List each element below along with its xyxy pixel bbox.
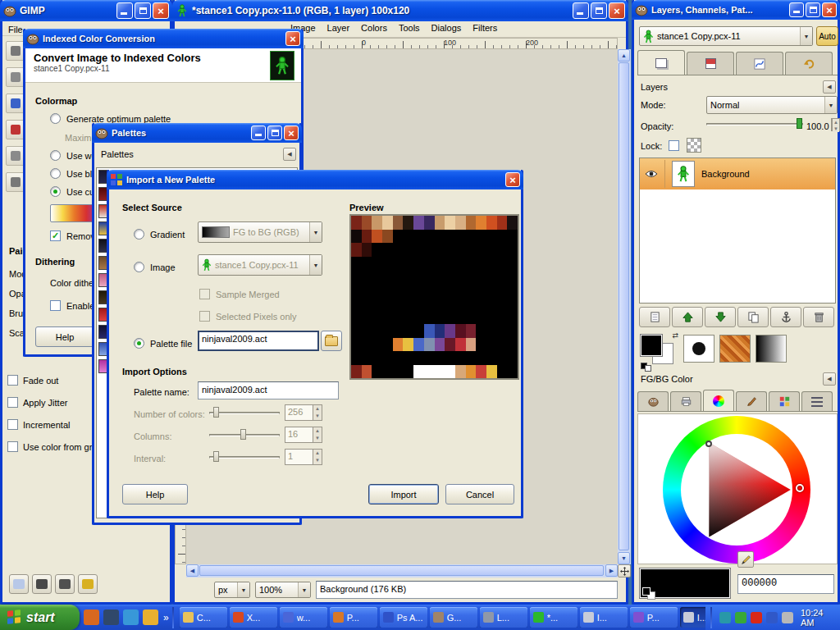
delete-layer-button[interactable]	[803, 307, 834, 327]
hex-color-field[interactable]: 000000	[737, 574, 834, 594]
menu-filters[interactable]: Filters	[467, 21, 503, 37]
auto-button[interactable]: Auto	[816, 26, 838, 46]
palettes-titlebar[interactable]: Palettes	[92, 123, 302, 143]
lock-checkbox[interactable]	[669, 140, 679, 151]
radio-gradient-source[interactable]	[134, 229, 144, 240]
taskbar-task-button[interactable]: *...	[530, 607, 578, 628]
layer-row[interactable]: Background	[640, 158, 835, 189]
import-button[interactable]: Import	[368, 484, 439, 504]
raise-layer-button[interactable]	[672, 307, 703, 327]
checkbox[interactable]	[7, 375, 18, 386]
toolbox-small-button[interactable]	[9, 574, 29, 594]
taskbar-task-button[interactable]: I...	[680, 607, 705, 628]
tray-icon[interactable]	[751, 612, 762, 623]
tab-scales[interactable]	[801, 391, 833, 411]
quick-launch-icon[interactable]	[143, 609, 158, 625]
taskbar-task-button[interactable]: P...	[330, 607, 377, 628]
minimize-button[interactable]	[789, 2, 804, 17]
tab-brush-select[interactable]	[736, 391, 767, 411]
close-button[interactable]	[285, 31, 300, 46]
tray-icon[interactable]	[719, 612, 731, 623]
minimize-button[interactable]	[116, 2, 133, 19]
checkbox[interactable]	[7, 441, 18, 452]
unit-select[interactable]: px	[214, 582, 250, 598]
hue-ring[interactable]	[663, 416, 810, 564]
duplicate-layer-button[interactable]	[737, 307, 769, 327]
vertical-scrollbar[interactable]	[618, 49, 631, 564]
opacity-slider[interactable]	[706, 118, 803, 130]
help-button[interactable]: Help	[122, 484, 188, 504]
start-button[interactable]: start	[0, 605, 80, 630]
palette-name-field[interactable]: ninjaval2009.act	[198, 381, 339, 399]
taskbar-task-button[interactable]: P...	[630, 607, 678, 628]
maximize-button[interactable]	[267, 126, 282, 140]
minimize-button[interactable]	[573, 2, 589, 19]
layer-thumbnail[interactable]	[672, 161, 695, 187]
fgbg-menu-button[interactable]	[823, 372, 836, 386]
remove-unused-checkbox[interactable]	[50, 231, 61, 241]
foreground-color-swatch[interactable]	[641, 335, 662, 356]
maximize-button[interactable]	[135, 2, 151, 19]
minimize-button[interactable]	[251, 126, 266, 140]
radio-generate-optimum[interactable]	[50, 113, 61, 124]
close-button[interactable]	[822, 2, 837, 17]
menu-dialogs[interactable]: Dialogs	[426, 21, 468, 37]
close-button[interactable]	[153, 2, 169, 19]
close-button[interactable]	[609, 2, 625, 19]
quick-launch-icon[interactable]	[123, 609, 139, 625]
layer-name[interactable]: Background	[701, 169, 750, 179]
taskbar-task-button[interactable]: w...	[280, 607, 327, 628]
swap-colors-icon[interactable]	[672, 331, 678, 340]
toolbox-small-button[interactable]	[55, 574, 75, 594]
quick-launch-icon[interactable]	[103, 609, 119, 625]
close-button[interactable]	[284, 126, 299, 140]
menu-layer[interactable]: Layer	[322, 21, 356, 37]
tab-gimp[interactable]	[637, 391, 669, 411]
radio-custom-palette[interactable]	[50, 186, 61, 197]
tab-layers[interactable]	[637, 50, 685, 75]
tab-channels[interactable]	[687, 52, 734, 75]
palettes-menu-button[interactable]	[283, 148, 296, 161]
zoom-select[interactable]: 100%	[255, 582, 311, 598]
tab-printer[interactable]	[670, 391, 701, 411]
radio-palette-file-label[interactable]: Palette file	[150, 339, 192, 349]
help-button[interactable]: Help	[35, 326, 94, 347]
active-gradient-indicator[interactable]	[756, 335, 787, 363]
toolbox-small-button[interactable]	[78, 574, 98, 594]
hue-marker[interactable]	[796, 484, 804, 492]
radio-image-source[interactable]	[134, 262, 144, 272]
taskbar-task-button[interactable]: X...	[230, 607, 277, 628]
tray-icon[interactable]	[735, 612, 746, 623]
quick-launch-overflow-chevron[interactable]	[163, 612, 169, 623]
fg-bg-color-widget[interactable]	[641, 331, 678, 369]
lock-alpha-toggle[interactable]	[687, 138, 701, 153]
sv-marker[interactable]	[705, 441, 712, 447]
tab-color-wheel[interactable]	[703, 390, 734, 411]
taskbar-task-button[interactable]: Ps A...	[380, 607, 427, 628]
image-titlebar[interactable]: *stance1 Copy.pcx-11.0 (RGB, 1 layer) 10…	[172, 0, 628, 21]
enable-dithering-checkbox[interactable]	[50, 300, 61, 311]
taskbar-clock[interactable]: 10:24 AM	[801, 608, 833, 628]
lower-layer-button[interactable]	[705, 307, 736, 327]
tab-undo-history[interactable]	[785, 52, 833, 75]
opacity-spinner[interactable]	[831, 118, 840, 131]
indexed-titlebar[interactable]: Indexed Color Conversion	[23, 29, 304, 48]
radio-gradient-label[interactable]: Gradient	[150, 230, 185, 240]
close-button[interactable]	[505, 172, 520, 187]
radio-image-label[interactable]: Image	[150, 262, 176, 272]
quick-launch-icon[interactable]	[84, 609, 99, 625]
visibility-eye-icon[interactable]	[645, 170, 658, 178]
radio-palette-file-source[interactable]	[134, 338, 144, 349]
menu-colors[interactable]: Colors	[355, 21, 393, 37]
mini-fgbg-icon[interactable]	[642, 587, 659, 600]
horizontal-scrollbar[interactable]	[186, 564, 618, 578]
maximize-button[interactable]	[591, 2, 607, 19]
anchor-layer-button[interactable]	[770, 307, 801, 327]
browse-file-button[interactable]	[321, 331, 342, 351]
tab-paths[interactable]	[736, 52, 783, 75]
toolbox-titlebar[interactable]: GIMP	[0, 0, 172, 21]
radio-bw-palette[interactable]	[50, 168, 61, 179]
taskbar-task-button[interactable]: I...	[580, 607, 628, 628]
navigation-button[interactable]	[618, 564, 631, 578]
edit-color-button[interactable]	[737, 551, 754, 568]
